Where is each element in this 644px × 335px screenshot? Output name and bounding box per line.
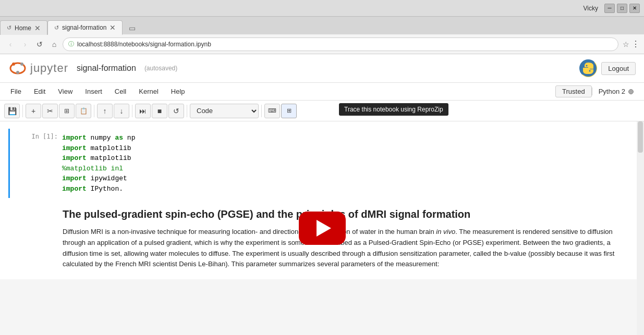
save-button[interactable]: 💾 xyxy=(4,104,20,118)
svg-point-2 xyxy=(20,63,23,66)
notebook-title: signal-formation xyxy=(77,64,136,73)
magic-matplotlib: %matplotlib inl xyxy=(62,165,123,172)
code-line-2: import matplotlib xyxy=(62,143,636,154)
kw-import-1: import xyxy=(62,134,87,142)
tab-home-close[interactable]: ✕ xyxy=(34,24,41,32)
kw-import-3: import xyxy=(62,154,87,162)
kernel-info: Python 2 xyxy=(592,88,640,95)
add-cell-button[interactable]: + xyxy=(26,104,41,118)
tab-home-label: Home xyxy=(15,24,31,32)
cell-type-select[interactable]: Code Markdown Raw NBConvert Heading xyxy=(190,104,259,118)
tab-bar: ↺ Home ✕ ↺ signal-formation ✕ ▭ xyxy=(0,17,644,34)
move-up-icon: ↑ xyxy=(103,107,107,115)
main-area: jupyter signal-formation (autosaved) Log… xyxy=(0,54,644,335)
scrollbar[interactable] xyxy=(637,121,644,335)
url-lock-icon: ⓘ xyxy=(68,40,74,48)
new-tab-icon: ▭ xyxy=(129,24,136,32)
tab-signal-label: signal-formation xyxy=(62,24,106,31)
menu-help[interactable]: Help xyxy=(165,85,191,97)
code-line-1: import numpy as np xyxy=(62,133,636,143)
restart-icon: ↺ xyxy=(173,107,179,115)
close-button[interactable]: ✕ xyxy=(629,4,640,13)
jupyter-logo-svg xyxy=(8,59,27,78)
jupyter-header-right: Logout xyxy=(579,59,636,77)
code-line-4: %matplotlib inl xyxy=(62,164,636,174)
title-bar: Vicky ─ □ ✕ xyxy=(0,0,644,17)
menu-file[interactable]: File xyxy=(4,85,28,97)
cell-prompt-1: In [1]: xyxy=(10,131,62,196)
fast-forward-icon: ⏭ xyxy=(139,107,147,115)
fast-forward-button[interactable]: ⏭ xyxy=(135,104,151,118)
home-button[interactable]: ⌂ xyxy=(48,38,60,51)
menu-kernel[interactable]: Kernel xyxy=(132,85,165,97)
menu-cell[interactable]: Cell xyxy=(108,85,132,97)
kernel-label: Python 2 xyxy=(599,88,625,95)
move-down-icon: ↓ xyxy=(120,107,124,115)
tab-signal-icon: ↺ xyxy=(54,24,59,31)
keyboard-shortcuts-button[interactable]: ⌨ xyxy=(264,104,280,118)
menu-edit[interactable]: Edit xyxy=(28,85,52,97)
move-down-button[interactable]: ↓ xyxy=(114,104,129,118)
tooltip-text: Trace this notebook using ReproZip xyxy=(344,106,443,113)
code-cell-1[interactable]: In [1]: import numpy as np import matplo… xyxy=(8,129,636,198)
python-logo-svg xyxy=(579,59,597,77)
maximize-button[interactable]: □ xyxy=(617,4,627,13)
toolbar: 💾 + ✂ ⊞ 📋 ↑ ↓ ⏭ ■ ↺ xyxy=(0,101,644,121)
scrollbar-thumb[interactable] xyxy=(638,121,643,153)
tab-signal-formation[interactable]: ↺ signal-formation ✕ xyxy=(47,20,123,35)
stop-button[interactable]: ■ xyxy=(152,104,167,118)
title-bar-controls: ─ □ ✕ xyxy=(604,4,640,13)
new-tab-button[interactable]: ▭ xyxy=(125,22,139,34)
add-icon: + xyxy=(31,107,35,115)
paste-icon: 📋 xyxy=(80,107,88,115)
cut-button[interactable]: ✂ xyxy=(42,104,58,118)
back-button[interactable]: ‹ xyxy=(4,38,17,51)
jupyter-logo-text: jupyter xyxy=(30,61,68,75)
jupyter-header: jupyter signal-formation (autosaved) Log… xyxy=(0,54,644,83)
separator-5 xyxy=(261,105,262,117)
bookmark-button[interactable]: ☆ xyxy=(623,40,629,48)
reload-button[interactable]: ↺ xyxy=(33,38,46,51)
copy-button[interactable]: ⊞ xyxy=(59,104,75,118)
code-line-5: import ipywidget xyxy=(62,173,636,184)
cut-icon: ✂ xyxy=(47,107,53,115)
svg-point-6 xyxy=(589,70,591,72)
menu-bar: File Edit View Insert Cell Kernel Help T… xyxy=(0,83,644,101)
keyboard-icon: ⌨ xyxy=(268,107,276,114)
reproz-tooltip: Trace this notebook using ReproZip xyxy=(339,103,448,116)
code-line-3: import matplotlib xyxy=(62,153,636,164)
stop-icon: ■ xyxy=(157,107,162,115)
browser-menu-button[interactable]: ⋮ xyxy=(631,39,640,49)
save-icon: 💾 xyxy=(8,107,17,115)
url-text: localhost:8888/notebooks/signal-formatio… xyxy=(77,41,211,48)
paste-button[interactable]: 📋 xyxy=(76,104,91,118)
kw-import-4: import xyxy=(62,175,87,182)
notebook-inner: In [1]: import numpy as np import matplo… xyxy=(0,121,644,279)
menu-insert[interactable]: Insert xyxy=(79,85,108,97)
logout-button[interactable]: Logout xyxy=(601,62,636,75)
svg-point-3 xyxy=(16,71,19,74)
trusted-button[interactable]: Trusted xyxy=(555,85,592,97)
python-logo xyxy=(579,59,597,77)
code-line-6: import IPython. xyxy=(62,184,636,194)
markdown-title: The pulsed-gradient spin-echo (PGSE) and… xyxy=(63,208,636,220)
markdown-body: Diffusion MRI is a non-invasive techniqu… xyxy=(63,227,636,270)
url-bar[interactable]: ⓘ localhost:8888/notebooks/signal-format… xyxy=(63,38,618,51)
copy-icon: ⊞ xyxy=(64,107,69,115)
menu-view[interactable]: View xyxy=(52,85,79,97)
separator-2 xyxy=(94,105,94,117)
minimize-button[interactable]: ─ xyxy=(604,4,615,13)
move-up-button[interactable]: ↑ xyxy=(97,104,113,118)
notebook-scroll[interactable]: In [1]: import numpy as np import matplo… xyxy=(0,121,644,335)
separator-4 xyxy=(187,105,187,117)
reproz-trace-button[interactable]: ⊞ xyxy=(281,104,297,118)
restart-button[interactable]: ↺ xyxy=(168,104,184,118)
tab-home[interactable]: ↺ Home ✕ xyxy=(0,20,47,35)
forward-button[interactable]: › xyxy=(19,38,31,51)
title-bar-user: Vicky xyxy=(584,5,598,12)
cell-code-1[interactable]: import numpy as np import matplotlib imp… xyxy=(62,131,636,196)
jupyter-logo: jupyter xyxy=(8,59,68,78)
separator-1 xyxy=(22,105,23,117)
tab-signal-close[interactable]: ✕ xyxy=(110,24,116,31)
tab-home-icon: ↺ xyxy=(7,24,11,31)
